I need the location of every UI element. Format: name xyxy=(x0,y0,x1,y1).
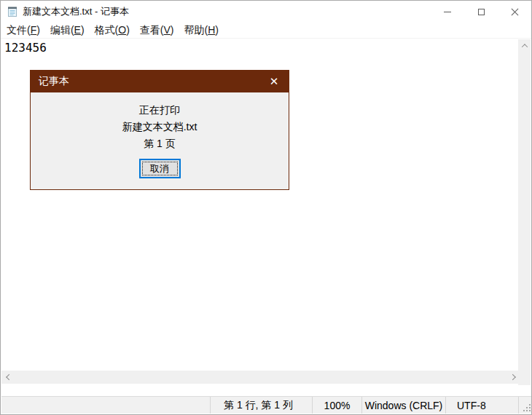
menu-format[interactable]: 格式(O) xyxy=(90,23,135,39)
dialog-message: 正在打印 新建文本文档.txt 第 1 页 xyxy=(122,102,197,152)
maximize-button[interactable] xyxy=(464,1,498,23)
menu-file[interactable]: 文件(F) xyxy=(1,23,45,39)
minimize-button[interactable] xyxy=(431,1,464,23)
cancel-button[interactable]: 取消 xyxy=(139,159,181,178)
menu-help[interactable]: 帮助(H) xyxy=(179,23,224,39)
dialog-title-bar: 记事本 ✕ xyxy=(31,71,289,92)
maximize-icon xyxy=(478,9,485,15)
scroll-left-icon xyxy=(6,374,12,380)
status-encoding: UTF-8 xyxy=(445,397,518,414)
scroll-up-icon xyxy=(521,44,527,50)
notepad-icon xyxy=(7,6,18,17)
menu-view[interactable]: 查看(V) xyxy=(135,23,179,39)
dialog-close-icon: ✕ xyxy=(270,75,279,88)
status-cursor-position: 第 1 行, 第 1 列 xyxy=(210,397,312,414)
scroll-left-button[interactable] xyxy=(1,371,14,384)
dialog-line-filename: 新建文本文档.txt xyxy=(122,119,197,135)
scroll-up-button[interactable] xyxy=(518,39,531,52)
window-title: 新建文本文档.txt - 记事本 xyxy=(23,5,129,18)
menu-bar: 文件(F) 编辑(E) 格式(O) 查看(V) 帮助(H) xyxy=(1,23,531,39)
close-button[interactable] xyxy=(498,1,531,23)
title-bar: 新建文本文档.txt - 记事本 xyxy=(1,1,531,23)
dialog-body: 正在打印 新建文本文档.txt 第 1 页 取消 xyxy=(31,92,289,189)
scroll-right-icon xyxy=(509,374,515,380)
scrollbar-corner xyxy=(518,371,531,384)
dialog-close-button[interactable]: ✕ xyxy=(259,71,289,92)
window-controls xyxy=(431,1,531,23)
minimize-icon xyxy=(444,12,451,12)
status-bar: 第 1 行, 第 1 列 100% Windows (CRLF) UTF-8 xyxy=(1,396,532,414)
horizontal-scrollbar[interactable] xyxy=(1,371,520,384)
resize-grip[interactable] xyxy=(523,404,531,412)
status-line-ending: Windows (CRLF) xyxy=(361,397,445,414)
dialog-title: 记事本 xyxy=(31,75,69,88)
close-icon xyxy=(511,8,519,16)
editor-text: 123456 xyxy=(1,39,520,55)
status-zoom-level: 100% xyxy=(312,397,361,414)
status-spacer xyxy=(1,397,210,414)
printing-dialog: 记事本 ✕ 正在打印 新建文本文档.txt 第 1 页 取消 xyxy=(30,70,289,190)
menu-edit[interactable]: 编辑(E) xyxy=(45,23,90,39)
dialog-line-printing: 正在打印 xyxy=(122,102,197,119)
vertical-scrollbar[interactable] xyxy=(518,39,531,385)
dialog-line-page: 第 1 页 xyxy=(122,135,197,152)
status-fill xyxy=(518,397,532,414)
notepad-window: 新建文本文档.txt - 记事本 文件(F) 编辑(E) 格式(O) 查看(V)… xyxy=(0,0,532,415)
